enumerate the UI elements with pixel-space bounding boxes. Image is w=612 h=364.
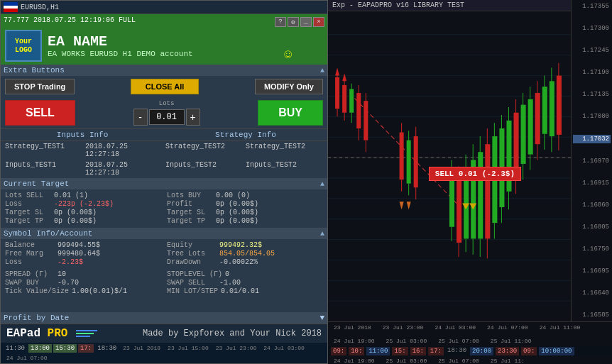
chart-time-labels: 23 Jul 2018 23 Jul 23:00 24 Jul 03:00 24…	[328, 322, 612, 346]
buy-button[interactable]: BUY	[258, 100, 323, 126]
ct2-09b: 09:	[521, 347, 537, 355]
lots-label: Lots	[159, 100, 175, 107]
min-lot-value: 0.01/0.01	[221, 287, 259, 295]
price-scale: 1.17355 1.17300 1.17245 1.17190 1.17135 …	[571, 0, 612, 321]
drawdown-label: DrawDown	[167, 258, 217, 266]
ea-subtitle: EA WORKS EURUSD H1 DEMO account	[48, 50, 323, 58]
svg-marker-43	[407, 202, 411, 209]
sell-button[interactable]: SELL	[5, 100, 75, 126]
ct2-2330: 23:30	[496, 347, 519, 355]
svg-rect-33	[400, 133, 404, 180]
info-r2-c1: Inputs_TEST1	[5, 160, 82, 177]
ct-23jul: 23 Jul 2018	[331, 324, 374, 331]
stoplevel-value: 0	[225, 270, 229, 278]
lots-plus-button[interactable]: +	[186, 109, 200, 126]
minimize-button[interactable]: _	[300, 17, 312, 27]
smiley-icon: ☺	[284, 48, 292, 62]
price-12: 1.16750	[573, 246, 611, 253]
price-9: 1.16915	[573, 180, 611, 187]
price-5: 1.17135	[573, 91, 611, 98]
footer-line-2	[76, 333, 94, 334]
balance-value: 999494.55$	[58, 241, 100, 249]
stop-trading-button[interactable]: STOP Trading	[5, 79, 75, 94]
lots-buy-value: 0.00 (0)	[216, 192, 250, 199]
spread-value: 10	[58, 270, 66, 278]
profit-label: Profit by Date	[4, 314, 69, 322]
rtsl-label: Target SL	[167, 209, 213, 216]
ct2-09: 09:	[331, 347, 346, 355]
lots-minus-button[interactable]: -	[133, 109, 148, 126]
svg-rect-22	[349, 89, 354, 112]
chart-top-bar: Exp - EAPADPRO v16 LIBRARY TEST	[328, 0, 612, 11]
svg-marker-32	[342, 73, 346, 81]
ct2-10: 10:	[349, 347, 364, 355]
target-section: Lots SELL0.01 (1) Loss-223p (-2.23$) Tar…	[1, 189, 327, 228]
info-row-2: Inputs_TEST1 2018.07.25 12:27:18 Inputs_…	[1, 160, 327, 178]
trading-row: SELL Lots - 0.01 + BUY	[1, 97, 327, 128]
date-23jul-15: 23 Jul 15:00	[165, 344, 212, 353]
svg-rect-47	[457, 180, 461, 243]
info-r1-c2: 2018.07.25 12:27:18	[85, 142, 163, 159]
sym-loss-value: -2.23$	[58, 258, 83, 266]
tick-value: 1.00(0.01)$/1	[72, 287, 127, 295]
settings-button[interactable]: ⚙	[288, 17, 299, 27]
modify-only-button[interactable]: MODIFY Only	[255, 79, 323, 94]
ct2-2000: 20:00	[470, 347, 493, 355]
close-all-button[interactable]: CLOSE All	[131, 79, 200, 94]
profit-bar[interactable]: Profit by Date ▼	[1, 312, 327, 324]
strategy-info-header: Strategy Info	[164, 128, 327, 141]
free-marg-label: Free Marg	[5, 250, 55, 258]
info-row-1: Strategy_TEST1 2018.07.25 12:27:18 Strat…	[1, 141, 327, 160]
loss-label: Loss	[5, 200, 51, 208]
svg-marker-31	[335, 67, 339, 75]
sell-tooltip-text: SELL 0.01 (-2.3$)	[435, 170, 515, 178]
time-bar: 11:30 13:00 15:30 17: 18:30 23 Jul 2018 …	[1, 343, 327, 363]
rtsl-value: 0p (0.00$)	[216, 209, 258, 216]
inputs-info-header: Inputs Info	[1, 128, 164, 141]
footer-pro: PRO	[48, 327, 68, 340]
target-left: Lots SELL0.01 (1) Loss-223p (-2.23$) Tar…	[5, 192, 161, 226]
close-button[interactable]: ×	[313, 17, 324, 27]
symbol-info-header: Symbol Info/Account ▲	[1, 228, 327, 239]
ct2-17: 17:	[428, 347, 444, 355]
extra-buttons-header: Extra Buttons ▲	[1, 65, 327, 76]
equity-label: Equity	[167, 241, 217, 249]
ct-23jul23: 23 Jul 23:00	[380, 324, 427, 331]
swap-buy-value: -0.70	[58, 279, 79, 287]
symbol-info-label: Symbol Info/Account	[4, 229, 92, 238]
logo-box: Your LOGO	[5, 30, 42, 62]
cd-24jul: 24 Jul 19:00	[331, 357, 378, 364]
chart-area: SELL 0.01 (-2.3$)	[328, 14, 571, 321]
swap-sell-label: SWAP SELL	[167, 279, 217, 287]
svg-rect-83	[542, 87, 547, 134]
ct-25jul03: 25 Jul 03:00	[383, 337, 430, 345]
footer-decoration	[76, 330, 97, 337]
svg-marker-42	[400, 202, 404, 209]
spread-label: SPREAD (Г)	[5, 270, 55, 278]
price-14: 1.16640	[573, 289, 611, 297]
ttp-label: Target TP	[5, 217, 51, 225]
lots-value[interactable]: 0.01	[149, 109, 185, 125]
footer-made-by: Made by Expforex and Your Nick 2018	[143, 329, 322, 338]
price-1: 1.17355	[573, 3, 611, 10]
ct2-15: 15:	[392, 347, 408, 355]
question-button[interactable]: ?	[275, 17, 286, 27]
info-headers: Inputs Info Strategy Info	[1, 128, 327, 141]
tick-label: Tick Value/Size	[5, 287, 69, 295]
lots-sell-label: Lots SELL	[5, 192, 51, 199]
svg-rect-16	[335, 77, 339, 109]
info-r2-c2: 2018.07.25 12:27:18	[85, 160, 163, 177]
price-11: 1.16805	[573, 224, 611, 231]
profit-value: 0p (0.00$)	[216, 200, 258, 208]
profit-label: Profit	[167, 200, 213, 208]
extra-buttons-arrow: ▲	[320, 67, 324, 75]
min-lot-label: MIN LOT/STEP	[167, 287, 218, 295]
current-target-header: Current Target ▲	[1, 178, 327, 189]
main-container: EURUSD,H1 77.777 2018.07.25 12:19:06 FUL…	[0, 0, 612, 364]
time-1830: 18:30	[95, 344, 119, 353]
footer-ea-pad: EAPad PRO	[6, 327, 67, 340]
svg-rect-59	[485, 144, 490, 238]
footer-bar: EAPad PRO Made by Expforex and Your Nick…	[1, 324, 327, 343]
svg-rect-56	[478, 152, 483, 238]
ct-24jul07: 24 Jul 07:00	[484, 324, 531, 331]
